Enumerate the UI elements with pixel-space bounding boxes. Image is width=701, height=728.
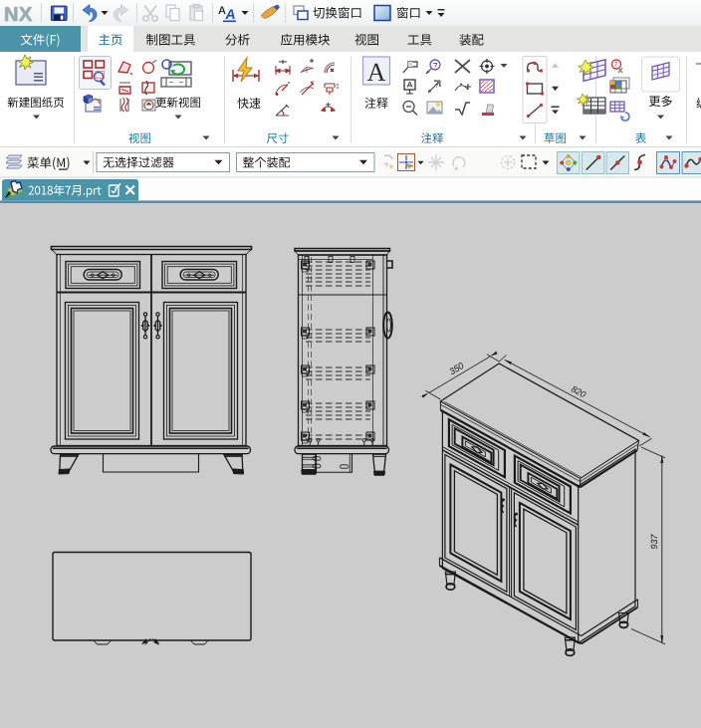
svg-text:7: 7 [614,61,618,68]
